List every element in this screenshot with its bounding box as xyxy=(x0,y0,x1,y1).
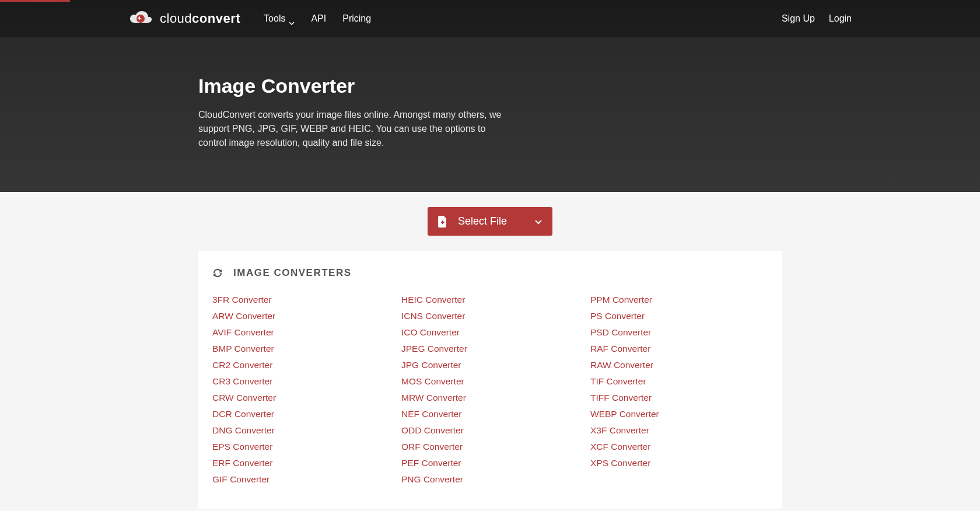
nav-login[interactable]: Login xyxy=(829,13,852,24)
converter-link[interactable]: CRW Converter xyxy=(212,390,390,406)
converter-link[interactable]: PEF Converter xyxy=(401,455,579,471)
top-nav: cloudconvert Tools API Pricing Sign Up L… xyxy=(117,0,863,37)
converter-link[interactable]: X3F Converter xyxy=(590,422,768,439)
converter-link[interactable]: NEF Converter xyxy=(401,406,579,422)
hero-section: Image Converter CloudConvert converts yo… xyxy=(0,37,980,192)
converter-link[interactable]: EPS Converter xyxy=(212,439,390,455)
converter-link[interactable]: ICNS Converter xyxy=(401,308,579,324)
converter-link[interactable]: TIF Converter xyxy=(590,373,768,390)
converters-card: IMAGE CONVERTERS 3FR ConverterARW Conver… xyxy=(198,251,782,509)
converter-link[interactable]: ORF Converter xyxy=(401,439,579,455)
converter-link[interactable]: GIF Converter xyxy=(212,471,390,488)
converter-link[interactable]: XPS Converter xyxy=(590,455,768,471)
file-add-icon xyxy=(438,216,447,228)
converter-link[interactable]: ARW Converter xyxy=(212,308,390,324)
chevron-down-icon xyxy=(535,215,542,228)
converter-link[interactable]: XCF Converter xyxy=(590,439,768,455)
converter-link[interactable]: JPEG Converter xyxy=(401,341,579,357)
converter-link[interactable]: RAF Converter xyxy=(590,341,768,357)
converter-link[interactable]: WEBP Converter xyxy=(590,406,768,422)
converter-link[interactable]: PS Converter xyxy=(590,308,768,324)
converter-link[interactable]: DNG Converter xyxy=(212,422,390,439)
converter-link[interactable]: MOS Converter xyxy=(401,373,579,390)
page-title: Image Converter xyxy=(198,75,782,97)
converter-link[interactable]: TIFF Converter xyxy=(590,390,768,406)
converter-link[interactable]: HEIC Converter xyxy=(401,292,579,308)
nav-signup[interactable]: Sign Up xyxy=(782,13,815,24)
converter-link[interactable]: BMP Converter xyxy=(212,341,390,357)
converter-link[interactable]: AVIF Converter xyxy=(212,324,390,341)
cloud-logo-icon xyxy=(128,10,153,27)
converter-link[interactable]: CR2 Converter xyxy=(212,357,390,373)
brand-text: cloudconvert xyxy=(160,11,240,26)
converter-link[interactable]: PPM Converter xyxy=(590,292,768,308)
converter-link[interactable]: PNG Converter xyxy=(401,471,579,488)
select-file-button[interactable]: Select File xyxy=(428,207,552,236)
select-file-dropdown[interactable] xyxy=(524,207,552,236)
converter-link[interactable]: PSD Converter xyxy=(590,324,768,341)
loading-progress-bar xyxy=(0,0,70,2)
chevron-down-icon xyxy=(289,17,295,20)
converter-link[interactable]: ODD Converter xyxy=(401,422,579,439)
converter-column-1: 3FR ConverterARW ConverterAVIF Converter… xyxy=(212,292,390,488)
nav-pricing[interactable]: Pricing xyxy=(342,13,371,24)
converter-link[interactable]: ERF Converter xyxy=(212,455,390,471)
converter-link[interactable]: ICO Converter xyxy=(401,324,579,341)
nav-api[interactable]: API xyxy=(311,13,326,24)
nav-tools[interactable]: Tools xyxy=(264,13,295,24)
section-title: IMAGE CONVERTERS xyxy=(233,267,352,279)
converter-link[interactable]: 3FR Converter xyxy=(212,292,390,308)
page-description: CloudConvert converts your image files o… xyxy=(198,108,502,150)
converter-link[interactable]: JPG Converter xyxy=(401,357,579,373)
select-file-label: Select File xyxy=(458,215,507,228)
logo[interactable]: cloudconvert xyxy=(128,10,240,27)
nav-tools-label: Tools xyxy=(264,13,285,24)
converter-column-3: PPM ConverterPS ConverterPSD ConverterRA… xyxy=(590,292,768,488)
refresh-icon xyxy=(212,268,223,278)
converter-link[interactable]: DCR Converter xyxy=(212,406,390,422)
converter-column-2: HEIC ConverterICNS ConverterICO Converte… xyxy=(401,292,579,488)
converter-link[interactable]: MRW Converter xyxy=(401,390,579,406)
converter-link[interactable]: CR3 Converter xyxy=(212,373,390,390)
converter-link[interactable]: RAW Converter xyxy=(590,357,768,373)
action-bar: Select File xyxy=(0,192,980,251)
